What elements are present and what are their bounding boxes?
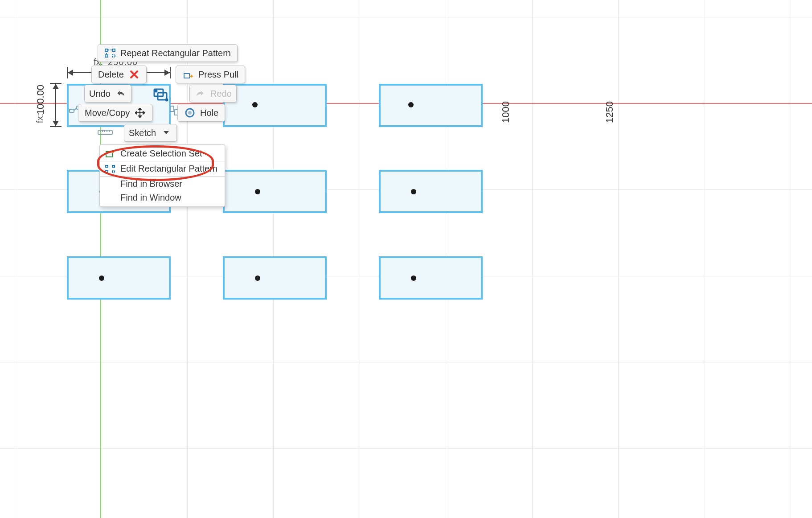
move-arrows-icon	[134, 107, 146, 119]
button-label: Repeat Rectangular Pattern	[120, 48, 231, 58]
pattern-rect[interactable]	[223, 84, 327, 127]
axis-label-1250: 1250	[604, 101, 615, 123]
center-point[interactable]	[411, 275, 416, 281]
button-label: Hole	[200, 108, 218, 118]
menu-item-label: Find in Window	[120, 193, 181, 203]
press-pull-icon	[182, 69, 194, 80]
repeat-rectangular-pattern-button[interactable]: Repeat Rectangular Pattern	[98, 44, 238, 62]
button-label: Sketch	[129, 128, 156, 138]
pattern-rect[interactable]	[67, 256, 171, 300]
sketch-canvas[interactable]: 500 750 1000 1250 fx: 250.00	[0, 0, 812, 518]
menu-find-in-window[interactable]: Find in Window	[100, 191, 225, 205]
svg-rect-19	[112, 165, 115, 167]
ruler-icon	[98, 128, 113, 136]
dimension-left-prefix: fx:	[35, 114, 45, 123]
grid-line	[360, 0, 360, 518]
pattern-rect[interactable]	[379, 256, 483, 300]
grid-line	[0, 448, 812, 449]
button-label: Move/Copy	[85, 108, 130, 118]
svg-rect-10	[112, 49, 115, 51]
grid-line	[0, 362, 812, 362]
menu-edit-rectangular-pattern[interactable]: Edit Rectangular Pattern	[100, 162, 225, 176]
delete-button[interactable]: Delete	[91, 66, 147, 83]
sketch-dropdown-button[interactable]: Sketch	[124, 124, 177, 142]
undo-button[interactable]: Undo	[84, 85, 131, 103]
hole-button[interactable]: Hole	[177, 104, 225, 122]
svg-rect-12	[112, 55, 115, 57]
menu-separator	[100, 161, 225, 161]
menu-create-selection-set[interactable]: Create Selection Set	[100, 147, 225, 160]
grid-line	[15, 0, 15, 518]
pattern-rect[interactable]	[379, 84, 483, 127]
button-label: Redo	[210, 89, 232, 99]
move-copy-button[interactable]: Move/Copy	[78, 104, 152, 122]
center-point[interactable]	[99, 275, 104, 281]
menu-item-label: Create Selection Set	[120, 148, 202, 159]
selection-set-icon	[104, 149, 116, 158]
center-point[interactable]	[252, 102, 258, 107]
pattern-rect[interactable]	[379, 170, 483, 213]
svg-rect-13	[184, 74, 189, 78]
pattern-icon	[104, 164, 116, 173]
grid-line	[0, 17, 812, 17]
svg-rect-0	[70, 109, 74, 112]
svg-rect-21	[112, 171, 115, 173]
svg-rect-20	[106, 171, 108, 173]
redo-button[interactable]: Redo	[189, 85, 237, 103]
svg-rect-11	[105, 55, 108, 57]
svg-point-15	[188, 111, 192, 115]
press-pull-button[interactable]: Press Pull	[176, 66, 245, 83]
hole-icon	[184, 107, 196, 119]
menu-item-label: Edit Rectangular Pattern	[120, 164, 217, 174]
close-x-icon	[128, 69, 140, 80]
button-label: Undo	[89, 89, 111, 99]
center-point[interactable]	[408, 102, 414, 107]
spacer-icon	[104, 180, 116, 189]
menu-find-in-browser[interactable]: Find in Browser	[100, 177, 225, 191]
svg-rect-9	[105, 49, 108, 51]
button-label: Press Pull	[198, 70, 238, 80]
pattern-rect[interactable]	[223, 256, 327, 300]
center-point[interactable]	[255, 189, 260, 194]
dimension-bracket-left[interactable]	[50, 83, 62, 127]
context-submenu: Create Selection Set Edit Rectangular Pa…	[99, 144, 225, 207]
undo-arrow-icon	[115, 88, 127, 99]
grid-line	[618, 0, 619, 518]
center-point[interactable]	[411, 189, 416, 194]
chevron-down-icon	[160, 127, 172, 139]
menu-item-label: Find in Browser	[120, 179, 182, 189]
svg-rect-16	[106, 152, 112, 157]
dimension-left-value[interactable]: 100.00	[35, 85, 46, 115]
axis-label-1000: 1000	[500, 101, 512, 123]
grid-line	[791, 0, 791, 518]
spacer-icon	[104, 193, 116, 202]
pattern-rect[interactable]	[223, 170, 327, 213]
grid-line	[532, 0, 533, 518]
svg-rect-18	[106, 165, 108, 167]
menu-separator	[100, 176, 225, 177]
redo-arrow-icon	[194, 88, 206, 99]
svg-point-5	[166, 99, 168, 101]
grid-line	[705, 0, 705, 518]
button-label: Delete	[98, 70, 124, 80]
svg-point-4	[155, 90, 157, 92]
svg-rect-6	[170, 106, 174, 111]
block-icon	[153, 88, 169, 103]
pattern-icon	[104, 47, 116, 59]
center-point[interactable]	[255, 275, 260, 281]
